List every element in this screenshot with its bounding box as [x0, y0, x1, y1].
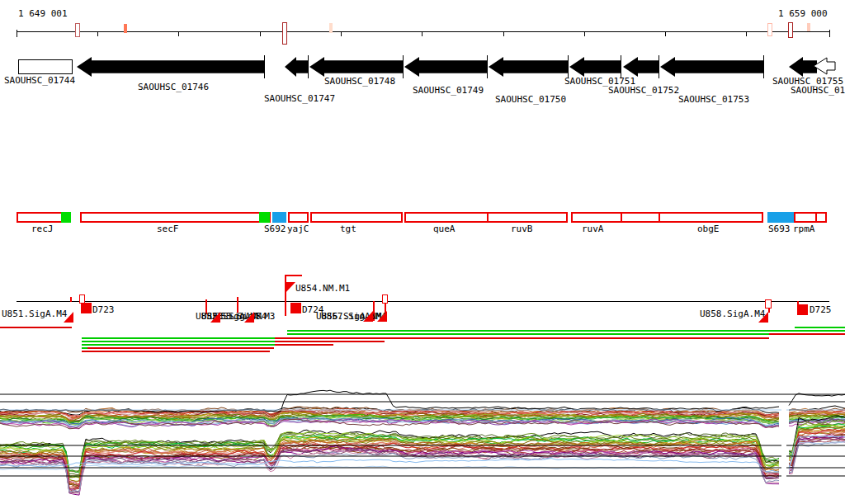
ruler-line: [17, 31, 829, 32]
read-segment[interactable]: [82, 351, 270, 352]
annotation-label: U857.SigA.M4: [321, 312, 386, 322]
blue-signal-mark[interactable]: [272, 212, 286, 223]
read-segment[interactable]: [275, 344, 333, 346]
annotation-label: U855.SigA.M3: [210, 312, 275, 322]
gene-end-bar: [659, 55, 659, 78]
annotation-label: D723: [92, 305, 115, 315]
blue-signal-mark[interactable]: [767, 212, 794, 223]
ruler-tick: [341, 31, 342, 36]
cds-label: tgt: [340, 224, 356, 234]
annotation-terminator-box[interactable]: [81, 303, 92, 313]
read-segment[interactable]: [275, 337, 769, 339]
cds-label: ruvA: [582, 224, 604, 234]
cds-divider: [815, 212, 817, 223]
gene-arrow-left[interactable]: [404, 57, 487, 77]
ruler-tick: [584, 31, 585, 36]
annotation-pole: [70, 297, 72, 302]
cds-label: yajC: [287, 224, 309, 234]
annotation-top-segment: [285, 275, 302, 276]
gene-arrow-left[interactable]: [309, 57, 403, 77]
read-segment[interactable]: [795, 327, 845, 328]
gene-arrow-left[interactable]: [489, 57, 568, 77]
coverage-trace: [0, 452, 779, 492]
ruler-variant-marker[interactable]: [75, 23, 80, 37]
cds-box[interactable]: [404, 212, 568, 223]
cds-label: secF: [157, 224, 179, 234]
ruler-tick: [260, 31, 261, 36]
gene-arrow-left[interactable]: [569, 57, 621, 77]
gene-arrow-left[interactable]: [77, 57, 264, 77]
annotation-terminator-box[interactable]: [797, 304, 808, 315]
gene-arrow-left[interactable]: [789, 57, 817, 77]
gene-end-bar: [621, 55, 621, 78]
read-segment[interactable]: [769, 333, 845, 335]
gene-arrow-left[interactable]: [285, 57, 308, 77]
ruler-start-label: 1 649 001: [18, 9, 68, 19]
gene-label: SAOUHSC_01746: [138, 82, 209, 92]
read-segment[interactable]: [87, 347, 274, 349]
cds-box[interactable]: [310, 212, 403, 223]
coverage-trace: [0, 459, 779, 472]
annotation-label: U851.SigA.M4: [2, 309, 67, 319]
gene-label: SAOUHSC_01750: [495, 95, 566, 105]
gene-end-bar: [568, 55, 569, 78]
ruler-tick: [97, 31, 98, 36]
cds-divider: [487, 212, 489, 223]
read-segment[interactable]: [82, 347, 87, 349]
gene-end-bar: [264, 55, 265, 78]
ruler-variant-marker[interactable]: [788, 22, 793, 38]
annotation-terminator-box[interactable]: [290, 303, 301, 313]
cds-label: queA: [433, 224, 456, 234]
ruler-variant-marker[interactable]: [767, 23, 772, 36]
gene-end-bar: [487, 55, 488, 78]
ruler-variant-marker[interactable]: [329, 23, 333, 33]
cds-divider: [621, 212, 622, 223]
green-signal-mark[interactable]: [61, 212, 71, 223]
read-segment[interactable]: [82, 341, 275, 342]
cds-label: recJ: [31, 224, 54, 234]
ruler-variant-marker[interactable]: [282, 22, 287, 45]
coverage-trace: [789, 393, 845, 406]
gene-label: SAOUHSC_01748: [324, 77, 395, 87]
gene-box[interactable]: [18, 59, 73, 74]
gene-end-bar: [403, 55, 404, 78]
cds-label: rpmA: [793, 224, 815, 234]
cds-label: S692: [264, 224, 286, 234]
read-segment[interactable]: [287, 330, 845, 332]
cds-box[interactable]: [794, 212, 827, 223]
ruler-tick: [665, 31, 666, 36]
read-segment[interactable]: [0, 327, 72, 328]
read-segment[interactable]: [82, 344, 275, 346]
ruler-variant-marker[interactable]: [124, 24, 127, 33]
cds-box[interactable]: [571, 212, 763, 223]
ruler-tick: [503, 31, 504, 36]
gene-label: SAOUHSC_01747: [264, 94, 335, 104]
cds-box[interactable]: [80, 212, 271, 223]
read-segment[interactable]: [82, 337, 275, 339]
gene-label: SAOUHSC_01744: [4, 76, 75, 86]
read-segment[interactable]: [287, 333, 769, 335]
coverage-plot[interactable]: [0, 375, 845, 504]
read-segment[interactable]: [275, 341, 385, 342]
cds-box[interactable]: [288, 212, 309, 223]
ruler-tick: [422, 31, 422, 36]
annotation-label: U854.NM.M1: [295, 284, 350, 294]
annotation-label: D725: [810, 305, 832, 315]
gene-arrow-left[interactable]: [623, 57, 659, 77]
annotation-pole: [285, 276, 286, 316]
cds-divider: [659, 212, 660, 223]
annotation-baseline: [17, 301, 829, 302]
gene-end-bar: [763, 55, 764, 78]
green-signal-mark[interactable]: [259, 212, 270, 223]
gene-end-bar: [308, 55, 309, 78]
gene-arrow-left[interactable]: [660, 57, 763, 77]
coverage-trace: [0, 465, 779, 473]
gene-label: SAOUHSC_01749: [413, 86, 484, 96]
cds-label: S693: [768, 224, 791, 234]
ruler-tick: [178, 31, 179, 36]
gene-label: SAOUHSC_01753: [678, 95, 749, 105]
ruler-variant-marker[interactable]: [807, 23, 810, 31]
annotation-label: U858.SigA.M4: [700, 309, 765, 319]
cds-label: ruvB: [511, 224, 533, 234]
gene-label: SAOUHSC_0175: [791, 86, 845, 96]
